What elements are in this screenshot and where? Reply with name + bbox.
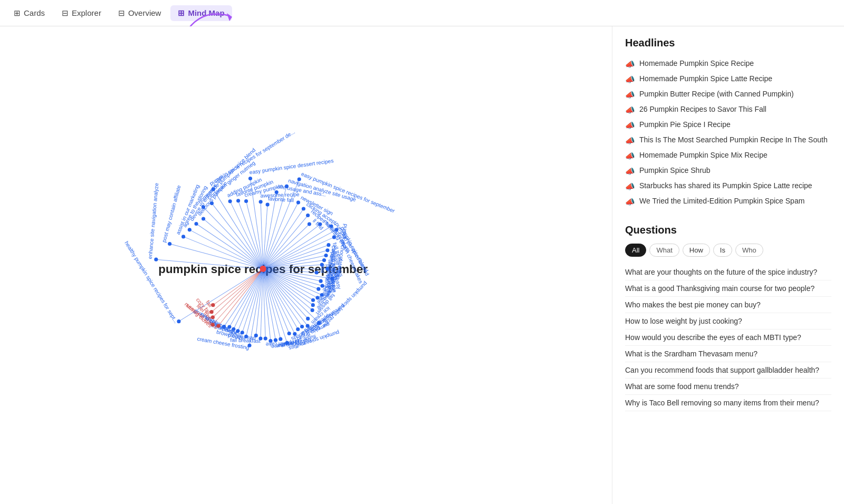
headlines-title: Headlines [625,37,831,49]
headline-text: We Tried the Limited-Edition Pumpkin Spi… [639,197,804,205]
branch-dot [264,337,267,341]
branch-dot [244,199,248,203]
branch-dot [228,199,232,203]
branch-dot [319,279,323,283]
question-item[interactable]: How to lose weight by just cooking? [625,313,831,329]
question-item[interactable]: Who makes the best pie money can buy? [625,297,831,313]
branch-dot [296,201,300,205]
branch-dot [296,327,300,331]
mindmap-area: pumpkin spice recipes for septemberenhan… [0,26,612,504]
headline-text: Pumpkin Butter Recipe (with Canned Pumpk… [639,90,794,98]
headline-item[interactable]: 📣This Is The Most Searched Pumpkin Recip… [625,133,831,148]
headline-item[interactable]: 📣Pumpkin Spice Shrub [625,163,831,179]
branch-dot [298,178,301,181]
branch-line [263,202,299,269]
headline-item[interactable]: 📣Pumpkin Pie Spice I Recipe [625,118,831,133]
branch-dot [324,254,328,257]
question-item[interactable]: How would you describe the eyes of each … [625,329,831,346]
branch-label: enhance site navigation analyze [147,182,160,259]
headline-item[interactable]: 📣We Tried the Limited-Edition Pumpkin Sp… [625,194,831,209]
headline-item[interactable]: 📣Homemade Pumpkin Spice Mix Recipe [625,148,831,163]
branch-dot [266,203,270,207]
question-item[interactable]: Can you recommend foods that support gal… [625,362,831,379]
megaphone-icon: 📣 [625,151,635,161]
questions-list: What are your thoughts on the future of … [625,264,831,411]
question-item[interactable]: Why is Taco Bell removing so many items … [625,395,831,411]
tab-overview-label: Overview [128,8,161,17]
branch-dot [202,205,205,209]
branch-dot [285,185,289,188]
branch-dot [194,222,198,226]
branch-label: real [320,264,326,274]
branch-dot [318,222,322,226]
filter-btn-what[interactable]: What [649,244,679,257]
branch-dot [212,187,215,191]
branch-dot [311,303,315,307]
megaphone-icon: 📣 [625,105,635,115]
branch-dot [302,207,305,210]
headline-item[interactable]: 📣26 Pumpkin Recipes to Savor This Fall [625,102,831,118]
filter-btn-all[interactable]: All [625,244,646,257]
headline-item[interactable]: 📣Pumpkin Butter Recipe (with Canned Pump… [625,87,831,102]
main-content: pumpkin spice recipes for septemberenhan… [0,26,844,504]
tab-cards[interactable]: ⊞ Cards [6,5,52,21]
headline-item[interactable]: 📣Homemade Pumpkin Spice Recipe [625,56,831,72]
branch-dot [316,287,320,291]
branch-dot [154,258,158,261]
headline-text: Starbucks has shared its Pumpkin Spice L… [639,181,812,190]
branch-dot [181,235,185,238]
cards-icon: ⊞ [14,8,21,18]
center-dot [260,266,266,272]
branch-dot [202,217,205,220]
filter-btn-how[interactable]: How [683,244,710,257]
megaphone-icon: 📣 [625,136,635,146]
tab-explorer-label: Explorer [72,8,101,17]
branch-dot [275,190,279,194]
explorer-icon: ⊟ [62,8,69,18]
filter-btn-who[interactable]: Who [735,244,763,257]
megaphone-icon: 📣 [625,60,635,69]
filter-btn-is[interactable]: Is [713,244,732,257]
headline-text: Homemade Pumpkin Spice Mix Recipe [639,151,768,159]
branch-dot [325,248,329,252]
branch-dot [236,199,240,202]
branch-dot [300,325,304,328]
right-panel: Headlines 📣Homemade Pumpkin Spice Recipe… [612,26,844,504]
overview-icon: ⊟ [118,8,125,18]
question-item[interactable]: What are some food menu trends? [625,379,831,395]
megaphone-icon: 📣 [625,75,635,84]
headline-text: Pumpkin Pie Spice I Recipe [639,120,731,129]
megaphone-icon: 📣 [625,167,635,176]
mindmap-svg: pumpkin spice recipes for septemberenhan… [0,26,612,504]
branch-line [213,269,263,325]
branch-label: pumpkin spice recipes for september de..… [208,129,296,186]
branch-label: easy pumpkin spice dessert recipes [249,158,334,175]
headline-text: This Is The Most Searched Pumpkin Recipe… [639,135,828,144]
branch-dot [329,224,333,228]
branch-dot [311,308,314,312]
headline-text: Homemade Pumpkin Spice Latte Recipe [639,74,772,83]
question-item[interactable]: What is the Srardham Thevasam menu? [625,346,831,362]
tab-overview[interactable]: ⊟ Overview [111,5,169,21]
branch-line [246,201,263,269]
headline-item[interactable]: 📣Homemade Pumpkin Spice Latte Recipe [625,72,831,87]
headline-text: Pumpkin Spice Shrub [639,166,711,175]
headlines-section: Headlines 📣Homemade Pumpkin Spice Recipe… [625,37,831,209]
branch-label: pumpkin cake [265,341,299,347]
headline-item[interactable]: 📣Starbucks has shared its Pumpkin Spice … [625,179,831,194]
question-item[interactable]: What are your thoughts on the future of … [625,264,831,280]
branch-dot [308,222,311,226]
megaphone-icon: 📣 [625,197,635,207]
branch-line [263,192,277,269]
branch-dot [259,200,263,203]
branch-line [224,269,263,327]
headline-text: 26 Pumpkin Recipes to Savor This Fall [639,105,766,113]
branch-dot [322,258,326,262]
tab-explorer[interactable]: ⊟ Explorer [54,5,109,21]
topbar: ⊞ Cards ⊟ Explorer ⊟ Overview ⊞ Mind Map [0,0,844,26]
question-item[interactable]: What is a good Thanksgiving main course … [625,280,831,297]
branch-line [263,269,308,326]
branch-dot [279,337,282,341]
branch-dot [188,228,191,231]
branch-line [263,269,308,319]
